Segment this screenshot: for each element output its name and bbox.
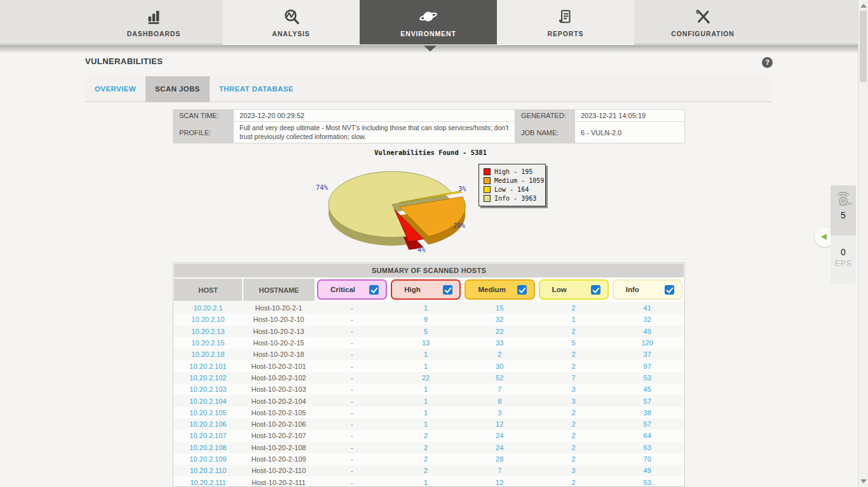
host-link[interactable]: 10.20.2.110 — [173, 467, 243, 474]
host-link[interactable]: 10.20.2.111 — [173, 479, 243, 486]
critical-checkbox[interactable] — [369, 285, 379, 295]
host-link[interactable]: 10.20.2.10 — [173, 316, 243, 323]
low-filter[interactable]: Low — [539, 279, 609, 300]
info-count-link[interactable]: 37 — [610, 350, 684, 358]
info-count-link[interactable]: 32 — [610, 316, 684, 323]
low-count-link[interactable]: 2 — [537, 304, 611, 312]
low-count-link[interactable]: 2 — [537, 432, 611, 439]
low-count-link[interactable]: 2 — [537, 363, 611, 370]
info-count-link[interactable]: 53 — [610, 479, 684, 486]
low-count-link[interactable]: 1 — [537, 316, 611, 323]
info-count-link[interactable]: 53 — [610, 374, 684, 382]
high-filter[interactable]: High — [391, 279, 461, 300]
host-link[interactable]: 10.20.2.15 — [173, 339, 243, 347]
host-link[interactable]: 10.20.2.102 — [173, 374, 243, 382]
help-button[interactable]: ? — [762, 57, 773, 68]
info-count-link[interactable]: 70 — [610, 455, 684, 463]
medium-checkbox[interactable] — [517, 285, 527, 295]
nav-item-analysis[interactable]: ANALYSIS — [222, 0, 360, 44]
medium-count-link[interactable]: 30 — [463, 363, 537, 370]
high-count-link[interactable]: 2 — [389, 444, 463, 451]
info-count-link[interactable]: 49 — [610, 467, 684, 474]
high-count-link[interactable]: 2 — [389, 432, 463, 439]
high-count-link[interactable]: 1 — [389, 363, 463, 370]
tab-threat-database[interactable]: THREAT DATABASE — [210, 76, 303, 102]
host-link[interactable]: 10.20.2.103 — [173, 385, 243, 393]
host-link[interactable]: 10.20.2.18 — [173, 350, 243, 358]
medium-count-link[interactable]: 22 — [463, 328, 537, 335]
high-count-link[interactable]: 22 — [389, 374, 463, 382]
host-link[interactable]: 10.20.2.108 — [173, 444, 243, 451]
low-count-link[interactable]: 5 — [537, 339, 611, 347]
medium-count-link[interactable]: 28 — [463, 455, 537, 463]
high-count-link[interactable]: 1 — [389, 409, 463, 417]
high-count-link[interactable]: 2 — [389, 467, 463, 474]
low-checkbox[interactable] — [591, 285, 600, 295]
tab-scan-jobs[interactable]: SCAN JOBS — [146, 76, 210, 102]
host-link[interactable]: 10.20.2.107 — [173, 432, 243, 439]
host-link[interactable]: 10.20.2.105 — [173, 409, 243, 417]
page-scrollbar[interactable] — [858, 0, 868, 487]
host-link[interactable]: 10.20.2.104 — [173, 397, 243, 405]
high-count-link[interactable]: 1 — [389, 420, 463, 428]
medium-count-link[interactable]: 2 — [463, 350, 537, 358]
host-link[interactable]: 10.20.2.106 — [173, 420, 243, 428]
low-count-link[interactable]: 3 — [537, 467, 611, 474]
medium-count-link[interactable]: 7 — [463, 467, 537, 474]
high-count-link[interactable]: 5 — [389, 328, 463, 335]
low-count-link[interactable]: 2 — [537, 455, 611, 463]
host-link[interactable]: 10.20.2.109 — [173, 455, 243, 463]
medium-count-link[interactable]: 52 — [463, 374, 537, 382]
low-count-link[interactable]: 3 — [537, 385, 611, 393]
medium-count-link[interactable]: 33 — [463, 339, 537, 347]
info-count-link[interactable]: 57 — [610, 397, 684, 405]
low-count-link[interactable]: 2 — [537, 479, 611, 486]
medium-filter[interactable]: Medium — [465, 279, 534, 300]
nav-item-reports[interactable]: REPORTS — [497, 0, 634, 44]
info-checkbox[interactable] — [665, 285, 674, 295]
tab-overview[interactable]: OVERVIEW — [85, 76, 146, 102]
medium-count-link[interactable]: 12 — [463, 479, 537, 486]
high-checkbox[interactable] — [443, 285, 452, 295]
info-count-link[interactable]: 41 — [610, 304, 684, 312]
info-count-link[interactable]: 64 — [610, 432, 684, 439]
scroll-up-icon[interactable] — [860, 4, 867, 8]
info-count-link[interactable]: 38 — [610, 409, 684, 417]
alarms-widget[interactable]: 5 — [831, 185, 856, 236]
high-count-link[interactable]: 1 — [389, 385, 463, 393]
low-count-link[interactable]: 7 — [537, 374, 611, 382]
medium-count-link[interactable]: 15 — [463, 304, 537, 312]
info-count-link[interactable]: 49 — [610, 328, 684, 335]
info-count-link[interactable]: 45 — [610, 385, 684, 393]
scroll-down-icon[interactable] — [860, 479, 867, 483]
high-count-link[interactable]: 1 — [389, 350, 463, 358]
info-count-link[interactable]: 63 — [610, 444, 684, 451]
medium-count-link[interactable]: 24 — [463, 432, 537, 439]
critical-filter[interactable]: Critical — [317, 279, 387, 300]
host-link[interactable]: 10.20.2.1 — [173, 304, 243, 312]
nav-item-configuration[interactable]: CONFIGURATION — [634, 0, 771, 44]
medium-count-link[interactable]: 12 — [463, 420, 537, 428]
low-count-link[interactable]: 2 — [537, 350, 611, 358]
info-count-link[interactable]: 97 — [610, 363, 684, 370]
host-link[interactable]: 10.20.2.101 — [173, 363, 243, 370]
info-count-link[interactable]: 120 — [610, 339, 684, 347]
medium-count-link[interactable]: 7 — [463, 385, 537, 393]
medium-count-link[interactable]: 8 — [463, 397, 537, 405]
medium-count-link[interactable]: 3 — [463, 409, 537, 417]
low-count-link[interactable]: 2 — [537, 328, 611, 335]
low-count-link[interactable]: 3 — [537, 397, 611, 405]
medium-count-link[interactable]: 32 — [463, 316, 537, 323]
info-count-link[interactable]: 57 — [610, 420, 684, 428]
low-count-link[interactable]: 2 — [537, 444, 611, 451]
high-count-link[interactable]: 13 — [389, 339, 463, 347]
info-filter[interactable]: Info — [613, 279, 682, 300]
low-count-link[interactable]: 2 — [537, 409, 611, 417]
nav-item-environment[interactable]: ENVIRONMENT — [360, 0, 497, 44]
nav-item-dashboards[interactable]: DASHBOARDS — [85, 0, 222, 44]
high-count-link[interactable]: 9 — [389, 316, 463, 323]
high-count-link[interactable]: 1 — [389, 397, 463, 405]
medium-count-link[interactable]: 24 — [463, 444, 537, 451]
high-count-link[interactable]: 1 — [389, 304, 463, 312]
low-count-link[interactable]: 2 — [537, 420, 611, 428]
